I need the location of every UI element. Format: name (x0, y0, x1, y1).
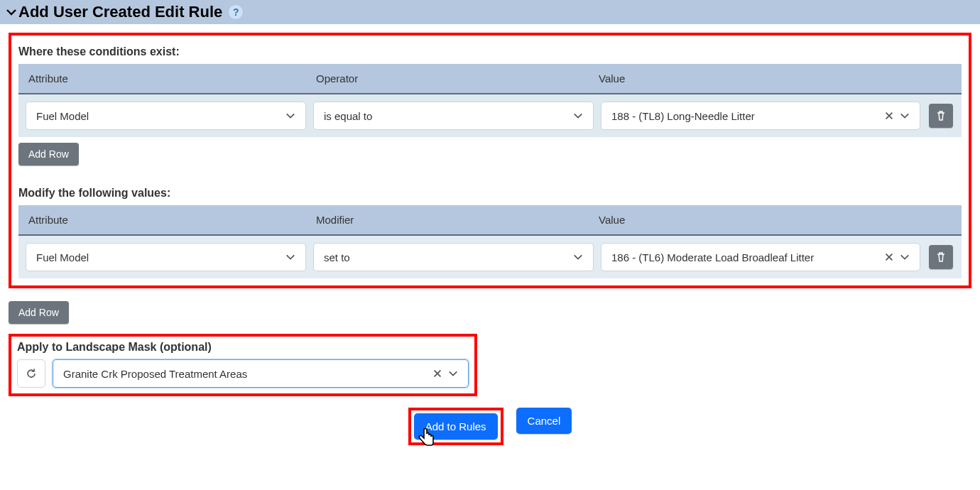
delete-modification-button[interactable] (929, 245, 953, 269)
condition-value-text: 188 - (TL8) Long-Needle Litter (611, 110, 878, 122)
panel-title: Add User Created Edit Rule (18, 3, 222, 21)
chevron-down-icon (573, 111, 583, 121)
modification-attribute-value: Fuel Model (36, 251, 280, 263)
modification-row: Fuel Model set to 186 - (TL6) Moderate L… (18, 236, 962, 278)
modification-attribute-select[interactable]: Fuel Model (26, 243, 306, 271)
clear-icon[interactable] (432, 369, 442, 379)
add-to-rules-highlight: Add to Rules (408, 408, 503, 445)
col-attribute: Attribute (28, 214, 316, 226)
col-modifier: Modifier (316, 214, 599, 226)
condition-attribute-select[interactable]: Fuel Model (26, 102, 306, 130)
modification-modifier-value: set to (324, 251, 567, 263)
conditions-and-modifications-highlight: Where these conditions exist: Attribute … (9, 33, 971, 288)
chevron-down-icon (285, 252, 295, 262)
refresh-icon (26, 368, 37, 379)
conditions-heading: Where these conditions exist: (18, 45, 962, 58)
trash-icon (935, 251, 947, 263)
chevron-down-icon (900, 111, 910, 121)
col-value: Value (599, 214, 952, 226)
add-condition-row-button[interactable]: Add Row (18, 143, 79, 165)
mask-heading: Apply to Landscape Mask (optional) (17, 341, 469, 354)
conditions-header-row: Attribute Operator Value (18, 64, 962, 94)
add-modification-row-button[interactable]: Add Row (9, 301, 69, 324)
mask-value: Granite Crk Proposed Treatment Areas (63, 368, 427, 380)
add-to-rules-button[interactable]: Add to Rules (414, 413, 498, 440)
modification-modifier-select[interactable]: set to (313, 243, 594, 271)
chevron-down-icon[interactable] (6, 6, 17, 18)
condition-operator-value: is equal to (324, 110, 567, 122)
mask-select[interactable]: Granite Crk Proposed Treatment Areas (53, 359, 469, 388)
modifications-header-row: Attribute Modifier Value (18, 205, 962, 236)
help-icon[interactable]: ? (228, 4, 244, 20)
modifications-heading: Modify the following values: (18, 187, 962, 200)
trash-icon (935, 110, 947, 121)
clear-icon[interactable] (884, 252, 894, 262)
chevron-down-icon (900, 252, 910, 262)
delete-condition-button[interactable] (929, 104, 953, 128)
cancel-button[interactable]: Cancel (516, 408, 572, 434)
modification-value-text: 186 - (TL6) Moderate Load Broadleaf Litt… (611, 251, 878, 263)
refresh-mask-button[interactable] (17, 359, 45, 388)
col-value: Value (599, 72, 952, 85)
condition-value-select[interactable]: 188 - (TL8) Long-Needle Litter (601, 102, 920, 130)
modification-value-select[interactable]: 186 - (TL6) Moderate Load Broadleaf Litt… (601, 243, 920, 271)
condition-operator-select[interactable]: is equal to (313, 102, 594, 130)
panel-header[interactable]: Add User Created Edit Rule ? (0, 0, 980, 24)
condition-attribute-value: Fuel Model (36, 110, 280, 122)
condition-row: Fuel Model is equal to 188 - (TL8) Long-… (18, 94, 962, 137)
mask-highlight: Apply to Landscape Mask (optional) Grani… (9, 334, 477, 396)
clear-icon[interactable] (884, 111, 894, 121)
col-operator: Operator (316, 72, 599, 85)
chevron-down-icon (448, 369, 458, 379)
chevron-down-icon (285, 111, 295, 121)
col-attribute: Attribute (28, 72, 316, 85)
chevron-down-icon (573, 252, 583, 262)
